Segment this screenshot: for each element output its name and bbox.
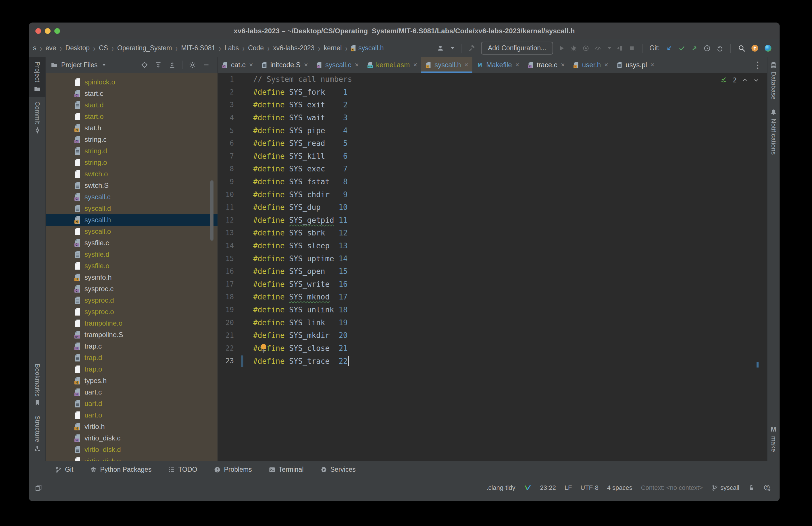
line-number[interactable]: 8 <box>218 165 244 173</box>
tree-row-uart.c[interactable]: Cuart.c <box>46 387 218 398</box>
editor-tab-kernel.asm[interactable]: ASMkernel.asm× <box>363 57 421 73</box>
project-view-dropdown-icon[interactable] <box>102 64 106 66</box>
line-number[interactable]: 13 <box>218 229 244 237</box>
tree-row-sysfile.o[interactable]: sysfile.o <box>46 260 218 272</box>
editor-tab-Makefile[interactable]: MMakefile× <box>473 57 523 73</box>
stop-icon[interactable] <box>628 45 635 52</box>
line-number[interactable]: 2 <box>218 88 244 96</box>
editor-tab-trace.c[interactable]: Ctrace.c× <box>523 57 569 73</box>
line-number[interactable]: 9 <box>218 178 244 186</box>
coverage-icon[interactable] <box>582 45 589 52</box>
tree-row-syscall.o[interactable]: syscall.o <box>46 226 218 237</box>
breadcrumb-item[interactable]: Desktop <box>64 44 91 52</box>
git-branch-widget[interactable]: syscall <box>711 484 739 492</box>
unlock-icon[interactable] <box>748 484 755 491</box>
intention-bulb-icon[interactable] <box>260 343 267 353</box>
editor-tab-syscall.c[interactable]: Csyscall.c× <box>312 57 363 73</box>
next-problem-chevron-icon[interactable] <box>753 77 760 84</box>
tool-window-button-problems[interactable]: Problems <box>214 466 252 474</box>
tree-row-string.o[interactable]: string.o <box>46 157 218 168</box>
line-number[interactable]: 4 <box>218 114 244 122</box>
breadcrumb-item[interactable]: s <box>31 44 38 52</box>
line-number[interactable]: 6 <box>218 139 244 147</box>
project-view-selector[interactable]: Project Files <box>61 61 98 69</box>
tree-row-syscall.c[interactable]: Csyscall.c <box>46 191 218 203</box>
git-rollback-icon[interactable] <box>716 45 724 52</box>
line-number[interactable]: 21 <box>218 331 244 340</box>
breadcrumb-item[interactable]: CS <box>97 44 110 52</box>
line-number[interactable]: 12 <box>218 216 244 224</box>
search-everywhere-icon[interactable] <box>738 44 745 52</box>
line-number[interactable]: 18 <box>218 293 244 301</box>
stripe-button-project[interactable]: Project <box>29 57 45 97</box>
stripe-button-commit[interactable]: Commit <box>29 97 45 138</box>
breadcrumb-item[interactable]: xv6-labs-2023 <box>271 44 316 52</box>
tool-window-button-python-packages[interactable]: Python Packages <box>90 466 151 474</box>
git-update-icon[interactable] <box>665 45 673 52</box>
line-number[interactable]: 10 <box>218 191 244 199</box>
tree-row-start.c[interactable]: Cstart.c <box>46 88 218 99</box>
tree-row-sysfile.d[interactable]: sysfile.d <box>46 249 218 260</box>
line-number[interactable]: 14 <box>218 242 244 250</box>
line-number[interactable]: 7 <box>218 152 244 160</box>
clang-tidy-status[interactable]: .clang-tidy <box>487 484 515 492</box>
globe-sphere-icon[interactable] <box>764 44 772 52</box>
tab-close-icon[interactable]: × <box>355 61 359 68</box>
line-separator[interactable]: LF <box>565 484 572 492</box>
stripe-button-database[interactable]: Database <box>767 57 780 104</box>
tree-row-stat.h[interactable]: Hstat.h <box>46 122 218 134</box>
line-number[interactable]: 19 <box>218 306 244 314</box>
tabs-more-icon[interactable]: ⋮ <box>748 57 767 73</box>
tree-row-sysproc.o[interactable]: sysproc.o <box>46 306 218 318</box>
indent-setting[interactable]: 4 spaces <box>607 484 633 492</box>
tree-row-trap.c[interactable]: Ctrap.c <box>46 341 218 352</box>
stripe-button-bookmarks[interactable]: Bookmarks <box>29 359 45 411</box>
tab-close-icon[interactable]: × <box>249 61 253 68</box>
tree-row-trap.o[interactable]: trap.o <box>46 363 218 375</box>
expand-all-icon[interactable] <box>155 61 162 69</box>
tab-close-icon[interactable]: × <box>413 61 417 68</box>
tree-row-syscall.d[interactable]: syscall.d <box>46 203 218 214</box>
profile-icon[interactable] <box>437 45 445 52</box>
code-area[interactable]: 1// System call numbers2#define SYS_fork… <box>218 73 767 367</box>
tree-scrollbar[interactable] <box>210 180 214 241</box>
attach-process-icon[interactable] <box>616 45 623 52</box>
prev-problem-chevron-icon[interactable] <box>741 77 748 84</box>
close-window-button[interactable] <box>35 28 41 34</box>
collapse-all-icon[interactable] <box>169 61 176 69</box>
breadcrumb-item[interactable]: Operating_System <box>116 44 174 52</box>
git-history-icon[interactable] <box>704 45 711 52</box>
tree-row-types.h[interactable]: Htypes.h <box>46 375 218 387</box>
line-number[interactable]: 22 <box>218 344 244 352</box>
tree-row-virtio.h[interactable]: Hvirtio.h <box>46 421 218 432</box>
tab-close-icon[interactable]: × <box>561 61 565 68</box>
line-number[interactable]: 3 <box>218 101 244 109</box>
tree-row-start.o[interactable]: start.o <box>46 111 218 122</box>
tree-row-virtio_disk.d[interactable]: virtio_disk.d <box>46 444 218 455</box>
stripe-button-notifications[interactable]: Notifications <box>767 104 780 159</box>
breadcrumb-item[interactable]: kernel <box>322 44 344 52</box>
stripe-button-make[interactable]: Mmake <box>767 421 780 457</box>
zoom-window-button[interactable] <box>54 28 60 34</box>
editor-tab-usys.pl[interactable]: usys.pl× <box>612 57 658 73</box>
tree-row-sysproc.d[interactable]: sysproc.d <box>46 295 218 306</box>
line-number[interactable]: 15 <box>218 255 244 263</box>
minimize-window-button[interactable] <box>45 28 50 34</box>
tool-window-switcher-icon[interactable] <box>35 484 42 492</box>
line-number[interactable]: 16 <box>218 267 244 275</box>
tree-row-trap.d[interactable]: trap.d <box>46 352 218 363</box>
profile-dropdown-icon[interactable] <box>451 47 454 49</box>
build-hammer-icon[interactable] <box>468 45 476 52</box>
tree-row-swtch.o[interactable]: swtch.o <box>46 168 218 180</box>
caret-position[interactable]: 23:22 <box>540 484 556 492</box>
file-encoding[interactable]: UTF-8 <box>580 484 598 492</box>
tree-row-sysproc.c[interactable]: Csysproc.c <box>46 283 218 295</box>
locate-icon[interactable] <box>141 61 148 69</box>
git-commit-check-icon[interactable] <box>678 45 685 52</box>
tab-close-icon[interactable]: × <box>651 61 654 68</box>
tool-window-button-git[interactable]: Git <box>55 466 73 474</box>
add-configuration-button[interactable]: Add Configuration... <box>481 42 553 55</box>
breadcrumb-item[interactable]: MIT-6.S081 <box>179 44 217 52</box>
tree-row-uart.o[interactable]: uart.o <box>46 409 218 421</box>
line-number[interactable]: 1 <box>218 75 244 83</box>
